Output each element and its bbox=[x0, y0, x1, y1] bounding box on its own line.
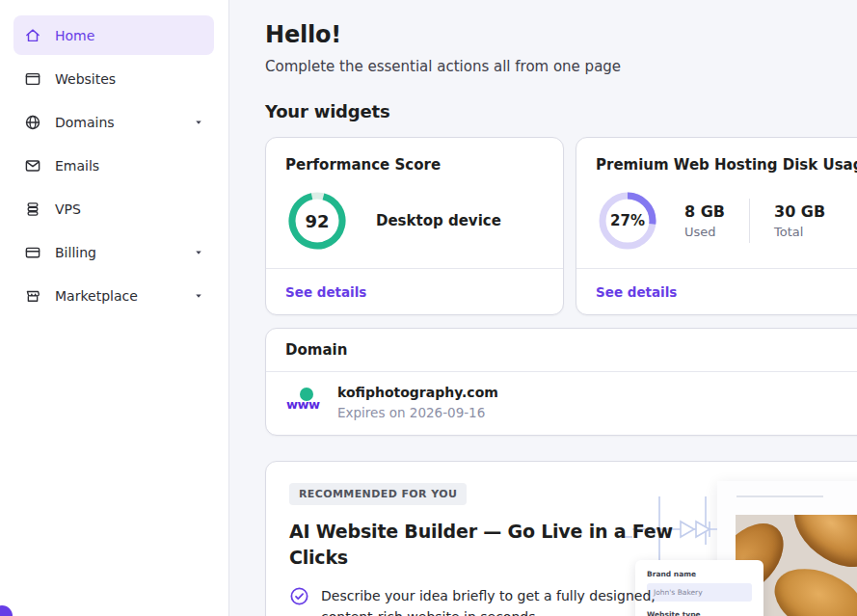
sidebar-item-label: Websites bbox=[55, 71, 116, 87]
disk-used-stat: 8 GB Used bbox=[684, 202, 725, 239]
performance-score-ring: 92 bbox=[285, 189, 349, 253]
sidebar-item-marketplace[interactable]: Marketplace bbox=[13, 276, 214, 315]
performance-score-value: 92 bbox=[285, 189, 349, 253]
device-label: Desktop device bbox=[376, 212, 501, 229]
performance-see-details-link[interactable]: See details bbox=[285, 284, 366, 300]
websites-icon bbox=[24, 70, 41, 88]
disk-usage-percent: 27% bbox=[596, 189, 659, 253]
page-subtitle: Complete the essential actions all from … bbox=[265, 58, 857, 75]
recommended-badge: RECOMMENDED FOR YOU bbox=[289, 483, 467, 505]
main-content: Hello! Complete the essential actions al… bbox=[229, 0, 857, 616]
disk-usage-ring: 27% bbox=[596, 189, 659, 253]
billing-icon bbox=[24, 244, 41, 261]
sidebar-item-billing[interactable]: Billing bbox=[13, 232, 214, 272]
sidebar-item-label: Marketplace bbox=[55, 288, 138, 304]
emails-icon bbox=[24, 157, 41, 174]
disk-total-stat: 30 GB Total bbox=[774, 202, 825, 239]
sidebar-item-websites[interactable]: Websites bbox=[13, 59, 214, 98]
disk-total-value: 30 GB bbox=[774, 202, 825, 221]
sidebar-nav: Home Websites Domains bbox=[0, 0, 228, 315]
domain-www-icon: www bbox=[285, 386, 324, 420]
page-title: Hello! bbox=[265, 21, 857, 48]
sidebar-item-label: Emails bbox=[55, 158, 99, 174]
domain-row[interactable]: www kofiphotography.com Expires on 2026-… bbox=[266, 372, 857, 435]
home-icon bbox=[24, 27, 41, 44]
sidebar-item-label: Domains bbox=[55, 115, 115, 130]
sidebar-item-emails[interactable]: Emails bbox=[13, 146, 214, 185]
sidebar-item-vps[interactable]: VPS bbox=[13, 189, 214, 228]
domain-card: Domain www kofiphotography.com Expires o… bbox=[265, 328, 857, 436]
sidebar-item-label: VPS bbox=[55, 201, 81, 217]
performance-score-widget: Performance Score 92 Desktop device bbox=[265, 137, 564, 315]
app-screen: Home Websites Domains bbox=[0, 0, 857, 616]
disk-usage-widget: Premium Web Hosting Disk Usage 27% 8 GB bbox=[576, 137, 857, 315]
check-circle-icon bbox=[289, 586, 309, 606]
stat-divider bbox=[749, 199, 750, 243]
sidebar-item-home[interactable]: Home bbox=[13, 15, 214, 55]
disk-used-value: 8 GB bbox=[684, 202, 725, 221]
recommendation-title: AI Website Builder — Go Live in a Few Cl… bbox=[289, 519, 694, 571]
domain-name: kofiphotography.com bbox=[337, 385, 498, 400]
widgets-section-title: Your widgets bbox=[265, 101, 857, 121]
performance-widget-title: Performance Score bbox=[285, 156, 544, 174]
recommendation-bullet: Describe your idea briefly to get a full… bbox=[289, 585, 704, 616]
domains-icon bbox=[24, 114, 41, 131]
disk-used-caption: Used bbox=[684, 225, 725, 239]
widgets-row: Performance Score 92 Desktop device bbox=[265, 137, 857, 315]
disk-total-caption: Total bbox=[774, 225, 825, 239]
domain-card-title: Domain bbox=[266, 329, 857, 372]
marketplace-icon bbox=[24, 287, 41, 305]
chevron-down-icon bbox=[194, 248, 203, 257]
vps-icon bbox=[24, 201, 41, 218]
chevron-down-icon bbox=[194, 118, 203, 127]
sidebar: Home Websites Domains bbox=[0, 0, 229, 616]
disk-see-details-link[interactable]: See details bbox=[596, 284, 677, 300]
chevron-down-icon bbox=[194, 291, 203, 301]
domain-expiry: Expires on 2026-09-16 bbox=[337, 405, 498, 420]
sidebar-item-label: Home bbox=[55, 28, 94, 43]
recommendation-card: RECOMMENDED FOR YOU AI Website Builder —… bbox=[265, 461, 857, 616]
recommendation-bullet-text: Describe your idea briefly to get a full… bbox=[321, 585, 699, 616]
sidebar-item-label: Billing bbox=[55, 245, 96, 260]
disk-widget-title: Premium Web Hosting Disk Usage bbox=[596, 156, 857, 174]
sidebar-item-domains[interactable]: Domains bbox=[13, 102, 214, 142]
